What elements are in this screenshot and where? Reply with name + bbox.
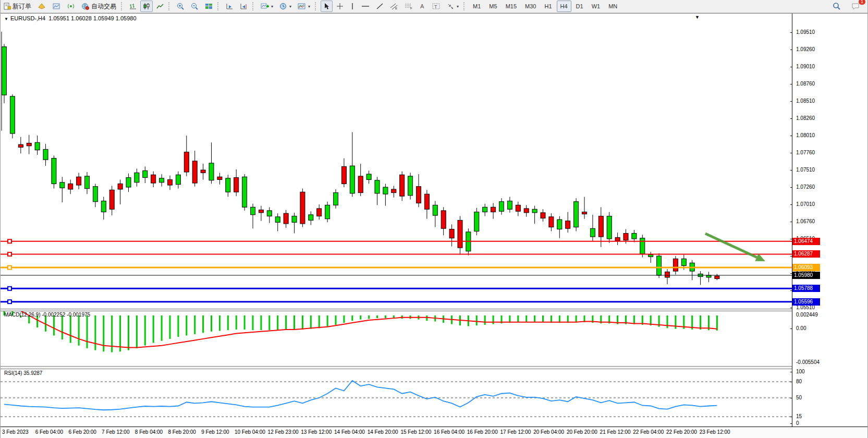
candle-body	[300, 192, 305, 224]
crosshair-button[interactable]	[334, 1, 346, 12]
candle-body	[499, 202, 504, 211]
price-tick-label: 1.06760	[796, 218, 815, 224]
pane-separator[interactable]	[1, 309, 867, 311]
auto-scroll-button[interactable]	[223, 1, 236, 12]
price-tick-mark	[790, 222, 792, 222]
svg-text:T: T	[434, 4, 437, 9]
templates-icon	[298, 3, 306, 10]
candle-body	[640, 238, 645, 254]
chart-window[interactable]: ▼EURUSD-,H4 1.05951 1.06028 1.05949 1.05…	[1, 13, 867, 427]
zoom-in-button[interactable]	[174, 1, 187, 12]
price-tick-label: 1.08260	[796, 115, 815, 121]
candle-body	[665, 272, 670, 277]
candle-body	[673, 259, 678, 271]
indicators-icon	[261, 3, 269, 10]
timeframe-button-M15[interactable]: M15	[502, 1, 520, 12]
price-tick-mark	[790, 204, 792, 205]
channel-button[interactable]: E	[387, 1, 401, 12]
price-chart-canvas[interactable]	[1, 14, 792, 309]
vertical-line-button[interactable]	[347, 1, 358, 12]
timeframe-button-M5[interactable]: M5	[485, 1, 500, 12]
candle-body	[516, 205, 520, 211]
candle-body	[557, 220, 562, 229]
templates-button[interactable]: ▾	[295, 1, 313, 12]
search-button[interactable]	[830, 1, 843, 12]
horizontal-line-icon	[361, 3, 370, 10]
line-chart-button[interactable]	[154, 1, 166, 12]
chart-hat-button[interactable]	[35, 1, 48, 12]
price-line-label: 1.05980	[792, 272, 820, 279]
price-axis[interactable]: 1.095101.092601.090101.087601.085101.082…	[792, 14, 868, 427]
periods-caret-icon: ▾	[289, 4, 291, 9]
time-axis-label: 23 Feb 12:00	[700, 429, 730, 435]
candle-body	[251, 207, 255, 215]
time-axis[interactable]: 3 Feb 20236 Feb 04:006 Feb 20:007 Feb 12…	[1, 427, 867, 438]
candle-body	[574, 202, 579, 227]
chart-menu-triangle-icon[interactable]: ▼	[4, 17, 8, 21]
profile-button[interactable]	[50, 1, 63, 12]
candlestick-icon	[143, 3, 150, 10]
svg-text:F: F	[410, 7, 412, 10]
time-axis-label: 3 Feb 2023	[2, 429, 29, 435]
new-order-button[interactable]: 新订单	[1, 1, 34, 12]
chart-shift-button[interactable]	[237, 1, 250, 12]
timeframe-button-MN[interactable]: MN	[605, 1, 621, 12]
text-label-button[interactable]: T	[430, 1, 443, 12]
candle-body	[27, 143, 31, 146]
pane-separator[interactable]	[1, 366, 867, 369]
price-tick-mark	[790, 84, 792, 84]
cursor-icon	[323, 3, 330, 10]
notifications-button[interactable]: 1	[849, 1, 863, 12]
line-anchor	[8, 287, 11, 290]
time-axis-label: 17 Feb 12:00	[500, 429, 531, 435]
price-line-label: 1.06287	[792, 250, 820, 258]
rsi-canvas[interactable]	[1, 368, 792, 427]
line-chart-icon	[156, 3, 164, 10]
timeframe-button-M1[interactable]: M1	[469, 1, 484, 12]
time-axis-label: 22 Feb 20:00	[666, 429, 697, 435]
price-tick-label: 1.05510	[796, 305, 815, 310]
candle-body	[334, 193, 338, 205]
price-line-label: 1.05788	[792, 285, 820, 292]
periods-button[interactable]: ▾	[277, 1, 294, 12]
zoom-out-button[interactable]	[188, 1, 201, 12]
rsi-tick-mark	[790, 372, 792, 372]
candle-body	[549, 217, 554, 227]
signals-button[interactable]	[64, 1, 78, 12]
macd-canvas[interactable]	[1, 311, 792, 366]
timeframe-button-W1[interactable]: W1	[588, 1, 604, 12]
arrows-caret-icon: ▾	[457, 4, 459, 9]
price-tick-label: 1.09010	[796, 64, 815, 69]
scroll-marker-icon[interactable]: ▼	[695, 15, 700, 20]
candle-body	[350, 166, 354, 193]
candle-body	[234, 178, 239, 192]
timeframe-button-H4[interactable]: H4	[557, 1, 571, 12]
tile-windows-button[interactable]	[202, 1, 215, 12]
chart-shift-icon	[240, 3, 248, 10]
notification-badge: 1	[858, 0, 866, 5]
bar-chart-button[interactable]	[127, 1, 139, 12]
fibonacci-button[interactable]: F	[402, 1, 415, 12]
indicators-button[interactable]: ▾	[258, 1, 276, 12]
horizontal-line-button[interactable]	[359, 1, 372, 12]
timeframe-button-H1[interactable]: H1	[541, 1, 555, 12]
price-tick-mark	[790, 170, 792, 171]
autotrading-button[interactable]: 自动交易	[79, 1, 119, 12]
timeframe-button-D1[interactable]: D1	[572, 1, 587, 12]
rsi-axis-label: 50	[796, 395, 802, 400]
time-axis-label: 6 Feb 20:00	[68, 429, 96, 435]
candle-body	[93, 187, 97, 202]
text-button[interactable]: A	[417, 1, 429, 12]
arrows-button[interactable]: ▾	[444, 1, 461, 12]
toolbar-grip	[217, 2, 221, 10]
candlestick-chart-button[interactable]	[140, 1, 153, 12]
cursor-button[interactable]	[321, 1, 333, 12]
candle-body	[325, 205, 330, 218]
candle-body	[582, 212, 587, 214]
candle-body	[77, 177, 81, 185]
candle-body	[615, 237, 620, 241]
trendline-button[interactable]	[373, 1, 386, 12]
autotrading-label: 自动交易	[91, 2, 116, 11]
timeframe-button-M30[interactable]: M30	[521, 1, 540, 12]
price-line-label: 1.06093	[792, 264, 820, 271]
